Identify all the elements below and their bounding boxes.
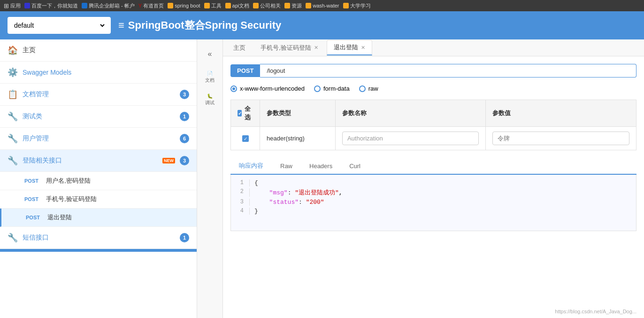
- sidebar-docmgmt-badge: 3: [180, 90, 189, 99]
- th-select-all: ✓ 全选: [231, 100, 260, 127]
- icon-sidebar: « 📄 文档 🐛 调试: [197, 39, 223, 318]
- bookmarks-bar: ⊞ 应用 百度一下，你就知道 腾讯企业邮箱 - 帐户 Y 有道首页 spring…: [0, 0, 644, 11]
- tab-phone-login-label: 手机号,验证码登陆: [261, 44, 311, 52]
- bookmark-apps[interactable]: ⊞ 应用: [4, 2, 21, 9]
- swagger-icon: ⚙️: [8, 67, 18, 78]
- response-tabs: 响应内容 Raw Headers Curl: [230, 158, 636, 175]
- sub-item-username-login[interactable]: POST 用户名,密码登陆: [0, 172, 197, 190]
- header-icon: ≡: [118, 19, 124, 31]
- method-badge-3: POST: [26, 215, 43, 220]
- debug-button[interactable]: 🐛 调试: [199, 89, 220, 110]
- radio-raw-circle: [359, 85, 366, 92]
- url-bar: POST /logout: [230, 64, 636, 78]
- method-tag: POST: [230, 64, 260, 77]
- tab-home[interactable]: 主页: [227, 41, 252, 55]
- sidebar-swagger-label: Swagger Models: [23, 69, 189, 76]
- th-param-type: 参数类型: [260, 100, 336, 127]
- resp-tab-headers[interactable]: Headers: [301, 159, 341, 173]
- radio-urlencoded-circle: [230, 85, 237, 92]
- select-all-label: 全选: [245, 105, 253, 122]
- sidebar-item-login-apis[interactable]: 🔧 登陆相关接口 NEW 3: [0, 150, 197, 172]
- row-checkbox[interactable]: ✓: [242, 135, 249, 142]
- tab-home-label: 主页: [233, 44, 245, 52]
- line-num-1: 1: [231, 179, 250, 186]
- project-select[interactable]: default: [12, 21, 106, 30]
- bookmark-university[interactable]: 大学学习: [343, 2, 371, 9]
- main-content: 主页 手机号,验证码登陆 ✕ 退出登陆 ✕ POST: [223, 39, 644, 318]
- doc-icon: 📄: [207, 71, 213, 76]
- debug-label: 调试: [205, 100, 215, 106]
- sidebar-sms-badge: 1: [180, 233, 189, 242]
- radio-group: x-www-form-urlencoded form-data raw: [230, 85, 636, 92]
- sms-icon: 🔧: [8, 233, 18, 243]
- table-row: ✓ header(string): [231, 127, 636, 150]
- radio-raw[interactable]: raw: [359, 85, 378, 92]
- tab-logout[interactable]: 退出登陆 ✕: [327, 40, 372, 55]
- radio-raw-label: raw: [368, 85, 378, 92]
- radio-urlencoded[interactable]: x-www-form-urlencoded: [230, 85, 305, 92]
- loginapis-icon: 🔧: [8, 155, 18, 166]
- main-container: default ≡ SpringBoot整合Spring Security 🏠 …: [0, 11, 644, 318]
- resp-tab-curl[interactable]: Curl: [341, 159, 369, 173]
- radio-formdata[interactable]: form-data: [314, 85, 350, 92]
- docmgmt-icon: 📋: [8, 89, 18, 100]
- bookmark-company[interactable]: 公司相关: [253, 2, 281, 9]
- bookmark-springboot[interactable]: spring boot: [168, 3, 200, 8]
- header-title: ≡ SpringBoot整合Spring Security: [118, 18, 281, 32]
- json-brace-open: {: [254, 179, 258, 186]
- sidebar-item-docmgmt[interactable]: 📋 文档管理 3: [0, 84, 197, 106]
- resp-tab-content[interactable]: 响应内容: [230, 158, 272, 175]
- sidebar-testclass-label: 测试类: [23, 112, 175, 121]
- tabs-bar: 主页 手机号,验证码登陆 ✕ 退出登陆 ✕: [223, 39, 644, 56]
- sidebar-sms-label: 短信接口: [23, 233, 175, 242]
- doc-button[interactable]: 📄 文档: [199, 67, 220, 87]
- sub-label-2: 手机号,验证码登陆: [46, 195, 97, 203]
- select-all-checkbox[interactable]: ✓: [238, 110, 242, 116]
- bookmark-washwater[interactable]: wash-water: [306, 3, 339, 8]
- bookmark-tools[interactable]: 工具: [204, 2, 222, 9]
- sidebar-item-swagger[interactable]: ⚙️ Swagger Models: [0, 62, 197, 84]
- row-checkbox-cell: ✓: [231, 127, 260, 150]
- sidebar-docmgmt-label: 文档管理: [23, 90, 175, 99]
- tab-logout-close[interactable]: ✕: [361, 45, 365, 51]
- param-value-input[interactable]: [492, 132, 629, 145]
- radio-formdata-circle: [314, 85, 321, 92]
- sidebar-item-testclass[interactable]: 🔧 测试类 1: [0, 106, 197, 128]
- json-msg-key: "msg": "退出登陆成功",: [262, 188, 343, 197]
- content-area: 🏠 主页 ⚙️ Swagger Models 📋 文档管理 3 🔧 测试类 1: [0, 39, 644, 318]
- bookmark-youdao[interactable]: Y 有道首页: [138, 2, 164, 9]
- json-status-key: "status": "200": [262, 199, 324, 206]
- bookmark-resources[interactable]: 资源: [284, 2, 302, 9]
- param-name-input[interactable]: [342, 132, 479, 145]
- sub-item-phone-login[interactable]: POST 手机号,验证码登陆: [0, 190, 197, 209]
- testclass-icon: 🔧: [8, 111, 18, 122]
- sidebar-item-sms[interactable]: 🔧 短信接口 1: [0, 227, 197, 249]
- th-param-value: 参数值: [486, 100, 636, 127]
- bookmark-tencent[interactable]: 腾讯企业邮箱 - 帐户: [82, 2, 135, 9]
- home-icon: 🏠: [8, 45, 18, 55]
- row-type: header(string): [260, 127, 336, 150]
- bookmark-baidu[interactable]: 百度一下，你就知道: [24, 2, 78, 9]
- json-brace-close: }: [254, 208, 258, 215]
- sub-label-1: 用户名,密码登陆: [46, 177, 91, 185]
- right-panel: « 📄 文档 🐛 调试 主页 手机号,验证码登陆: [197, 39, 644, 318]
- json-viewer: 1 { 2 "msg": "退出登陆成功", 3 "status": "200": [230, 175, 636, 231]
- collapse-button[interactable]: «: [203, 47, 217, 61]
- sidebar-item-home[interactable]: 🏠 主页: [0, 39, 197, 62]
- tab-phone-login-close[interactable]: ✕: [314, 45, 318, 51]
- project-selector[interactable]: default: [8, 17, 111, 34]
- tab-phone-login[interactable]: 手机号,验证码登陆 ✕: [254, 41, 325, 55]
- sidebar-item-usermgmt[interactable]: 🔧 用户管理 6: [0, 128, 197, 150]
- sidebar-loginapis-label: 登陆相关接口: [23, 156, 156, 165]
- line-num-2: 2: [231, 188, 250, 197]
- sidebar-loginapis-badge: 3: [180, 156, 189, 165]
- th-param-name: 参数名称: [335, 100, 486, 127]
- bookmark-api[interactable]: api文档: [225, 2, 250, 9]
- new-badge: NEW: [162, 158, 175, 163]
- sidebar-home-label: 主页: [23, 46, 189, 54]
- sub-item-logout[interactable]: POST 退出登陆: [0, 209, 197, 227]
- line-num-3: 3: [231, 199, 250, 206]
- json-line-3: 3 "status": "200": [231, 198, 636, 207]
- sidebar-usermgmt-label: 用户管理: [23, 134, 175, 143]
- resp-tab-raw[interactable]: Raw: [272, 159, 301, 173]
